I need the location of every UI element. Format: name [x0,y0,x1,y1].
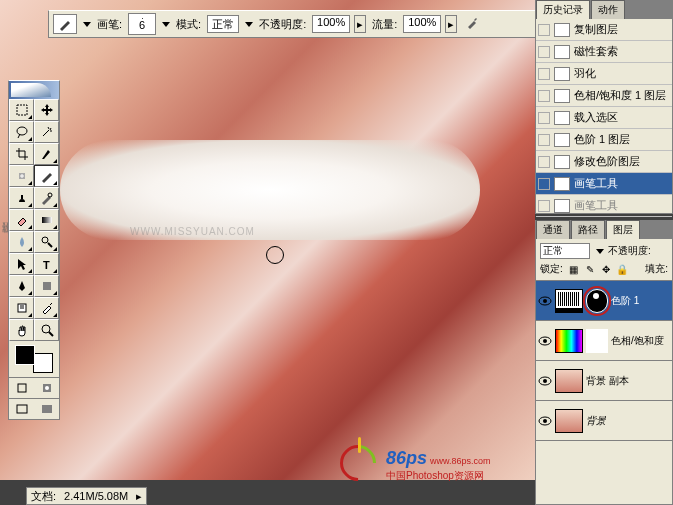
screen-mode-standard[interactable] [9,399,34,419]
healing-brush-tool[interactable] [9,165,34,187]
dropdown-icon[interactable] [245,22,253,27]
move-tool[interactable] [34,99,59,121]
standard-mode[interactable] [9,378,34,398]
history-item[interactable]: 色相/饱和度 1 图层 [536,85,672,107]
type-tool[interactable]: T [34,253,59,275]
zoom-tool[interactable] [34,319,59,341]
path-selection-tool[interactable] [9,253,34,275]
tab-layers[interactable]: 图层 [606,220,640,239]
history-action-icon [554,45,570,59]
dodge-tool[interactable] [34,231,59,253]
eraser-tool[interactable] [9,209,34,231]
logo-swirl-icon [340,445,380,485]
crop-tool[interactable] [9,143,34,165]
dropdown-icon[interactable] [596,249,604,254]
layer-mask-thumb[interactable] [586,289,608,313]
lasso-tool[interactable] [9,121,34,143]
layer-item[interactable]: 色相/饱和度 [536,321,672,361]
layer-item[interactable]: 背景 [536,401,672,441]
svg-rect-7 [43,282,51,290]
history-item[interactable]: 载入选区 [536,107,672,129]
clone-stamp-tool[interactable] [9,187,34,209]
status-bar: 文档: 2.41M/5.08M ▸ [26,487,147,505]
visibility-icon[interactable] [538,374,552,388]
foreground-color[interactable] [15,345,35,365]
svg-rect-4 [42,217,52,223]
tool-preset-picker[interactable] [53,14,77,34]
history-step-icon [538,68,550,80]
dropdown-icon[interactable] [83,22,91,27]
options-bar: 画笔: 6 模式: 正常 不透明度: 100% ▸ 流量: 100% ▸ [48,10,538,38]
notes-tool[interactable] [9,297,34,319]
layer-thumb-icon [555,329,583,353]
history-item[interactable]: 色阶 1 图层 [536,129,672,151]
lock-all-icon[interactable]: 🔒 [615,262,629,276]
color-swatches[interactable] [9,341,59,377]
background-color[interactable] [33,353,53,373]
svg-point-1 [17,127,27,135]
brush-preset-picker[interactable]: 6 [128,13,156,35]
visibility-icon[interactable] [538,294,552,308]
history-action-icon [554,67,570,81]
layer-mask-thumb[interactable] [586,329,608,353]
layer-name-label: 背景 [586,414,606,428]
flow-arrow[interactable]: ▸ [445,15,457,33]
shape-tool[interactable] [34,275,59,297]
flow-input[interactable]: 100% [403,15,441,33]
history-item[interactable]: 磁性套索 [536,41,672,63]
logo: 86ps www.86ps.com 中国Photoshop资源网 [340,445,491,485]
blend-mode-select[interactable]: 正常 [207,15,239,33]
tab-channels[interactable]: 通道 [536,220,570,239]
history-item[interactable]: 羽化 [536,63,672,85]
tab-history[interactable]: 历史记录 [536,0,590,19]
history-item[interactable]: 画笔工具 [536,173,672,195]
visibility-icon[interactable] [538,334,552,348]
layer-thumb-icon [555,409,583,433]
layer-thumb-icon [555,289,583,313]
quick-mask-mode[interactable] [34,378,59,398]
history-item[interactable]: 复制图层 [536,19,672,41]
opacity-label: 不透明度: [257,17,308,32]
lock-transparency-icon[interactable]: ▦ [567,262,581,276]
marquee-tool[interactable] [9,99,34,121]
visibility-icon[interactable] [538,414,552,428]
screen-mode-full-menu[interactable] [34,399,59,419]
lock-label: 锁定: [540,262,563,276]
history-brush-tool[interactable] [34,187,59,209]
eyedropper-tool[interactable] [34,297,59,319]
blend-mode-select[interactable]: 正常 [540,243,590,259]
hand-tool[interactable] [9,319,34,341]
lock-pixels-icon[interactable]: ✎ [583,262,597,276]
mode-label: 模式: [174,17,203,32]
history-item[interactable]: 画笔工具 [536,195,672,217]
tab-actions[interactable]: 动作 [591,0,625,19]
fill-label: 填充: [645,262,668,276]
airbrush-icon[interactable] [465,16,479,32]
history-item-label: 羽化 [574,66,596,81]
tab-paths[interactable]: 路径 [571,220,605,239]
history-action-icon [554,111,570,125]
history-item-label: 磁性套索 [574,44,618,59]
opacity-input[interactable]: 100% [312,15,350,33]
opacity-arrow[interactable]: ▸ [354,15,366,33]
lock-position-icon[interactable]: ✥ [599,262,613,276]
brush-tool[interactable] [34,165,59,187]
layer-item[interactable]: 色阶 1 [536,281,672,321]
magic-wand-tool[interactable] [34,121,59,143]
svg-point-3 [48,193,52,197]
dropdown-icon[interactable]: ▸ [136,490,142,503]
history-item-label: 色阶 1 图层 [574,132,630,147]
layer-item[interactable]: 背景 副本 [536,361,672,401]
canvas-image[interactable]: WWW.MISSYUAN.COM 思缘设计论坛 [0,0,535,480]
brush-size-value: 6 [139,19,145,31]
pen-tool[interactable] [9,275,34,297]
gradient-tool[interactable] [34,209,59,231]
slice-tool[interactable] [34,143,59,165]
history-item-label: 色相/饱和度 1 图层 [574,88,666,103]
history-item-label: 画笔工具 [574,176,618,191]
dropdown-icon[interactable] [162,22,170,27]
blur-tool[interactable] [9,231,34,253]
toolbox-header[interactable] [9,81,59,99]
history-step-icon [538,46,550,58]
history-item[interactable]: 修改色阶图层 [536,151,672,173]
